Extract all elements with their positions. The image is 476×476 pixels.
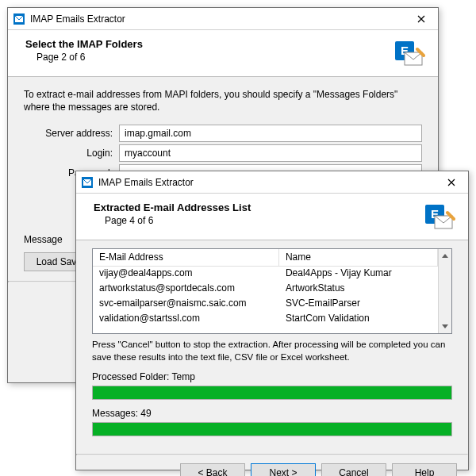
wizard-page-indicator: Page 4 of 6 [105, 215, 424, 226]
app-small-icon [13, 13, 25, 25]
window-title: IMAP Emails Extractor [98, 177, 435, 188]
messages-count-label: Messages: 49 [92, 408, 452, 419]
back-button[interactable]: < Back [180, 463, 245, 476]
progress-bar [93, 386, 451, 399]
wizard-page-indicator: Page 2 of 6 [36, 52, 393, 63]
note-text: Press "Cancel" button to stop the extrac… [92, 339, 452, 363]
list-header[interactable]: E-Mail Address Name [93, 249, 438, 267]
wizard-buttons: < Back Next > Cancel Help [76, 455, 468, 476]
server-label: Server address: [24, 128, 119, 139]
scroll-down-button[interactable] [439, 320, 451, 333]
col-name-header[interactable]: Name [279, 249, 438, 266]
exchange-mail-icon: E [424, 202, 455, 233]
close-button[interactable] [405, 8, 438, 30]
folder-label-partial: Message [24, 234, 63, 245]
progress-bar [93, 423, 451, 436]
help-button[interactable]: Help [392, 463, 457, 476]
titlebar[interactable]: IMAP Emails Extractor [8, 8, 438, 30]
list-row[interactable]: artworkstatus@sportdecals.comArtworkStat… [93, 282, 438, 297]
chevron-down-icon [442, 324, 448, 328]
list-scrollbar[interactable] [438, 249, 451, 333]
close-icon [447, 178, 455, 186]
wizard-body: E-Mail Address Name vijay@deal4apps.comD… [76, 240, 468, 454]
close-button[interactable] [435, 171, 468, 194]
results-list[interactable]: E-Mail Address Name vijay@deal4apps.comD… [92, 248, 452, 334]
window-title: IMAP Emails Extractor [30, 13, 405, 25]
chevron-up-icon [442, 254, 448, 258]
login-input[interactable] [119, 144, 422, 162]
scroll-track[interactable] [439, 263, 451, 320]
list-row[interactable]: svc-emailparser@naismc.saic.comSVC-Email… [93, 297, 438, 312]
list-row[interactable]: vijay@deal4apps.comDeal4Apps - Vijay Kum… [93, 267, 438, 282]
exchange-mail-icon: E [393, 38, 425, 70]
login-label: Login: [24, 148, 119, 159]
processed-folder-label: Processed Folder: Temp [92, 371, 452, 382]
messages-progress [92, 422, 452, 436]
col-email-header[interactable]: E-Mail Address [93, 249, 279, 266]
instruction-text: To extract e-mail addresses from MAPI fo… [24, 88, 422, 113]
close-icon [417, 15, 425, 23]
server-input[interactable] [119, 125, 422, 142]
wizard-header: Select the IMAP Folders Page 2 of 6 E [8, 30, 438, 77]
list-row[interactable]: validation@startssl.comStartCom Validati… [93, 312, 438, 327]
cancel-button[interactable]: Cancel [321, 463, 386, 476]
folder-progress [92, 386, 452, 400]
wizard-window-page4: IMAP Emails Extractor Extracted E-mail A… [75, 171, 469, 470]
wizard-heading: Extracted E-mail Addresses List [94, 202, 424, 213]
titlebar[interactable]: IMAP Emails Extractor [76, 171, 468, 194]
scroll-up-button[interactable] [439, 249, 451, 263]
next-button[interactable]: Next > [251, 463, 316, 476]
wizard-heading: Select the IMAP Folders [25, 38, 393, 50]
wizard-header: Extracted E-mail Addresses List Page 4 o… [76, 194, 468, 240]
app-small-icon [81, 176, 94, 189]
